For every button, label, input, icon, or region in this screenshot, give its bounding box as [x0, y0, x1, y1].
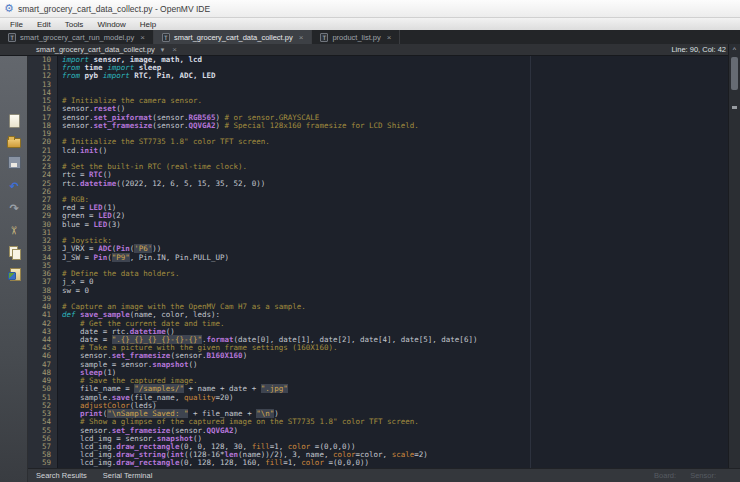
wrap-margin-line [530, 56, 531, 468]
close-document-icon[interactable]: × [172, 45, 177, 54]
status-board: Board: [654, 471, 676, 480]
code-line[interactable]: j_x = 0 [62, 278, 728, 286]
titlebar: ⚙ smart_grocery_cart_data_collect.py - O… [0, 0, 740, 18]
code-line[interactable]: sample.save(file_name, quality=20) [62, 394, 728, 402]
menu-tools[interactable]: Tools [58, 20, 91, 29]
close-icon[interactable]: × [140, 33, 145, 42]
code-area[interactable]: import sensor, image, math, lcdfrom time… [58, 56, 728, 468]
toolbar-strip [0, 56, 28, 482]
scrollbar-thumb[interactable] [731, 57, 738, 90]
tab-label: smart_grocery_cart_run_model.py [20, 33, 134, 42]
menu-window[interactable]: Window [90, 20, 132, 29]
tab-smart_grocery_cart_run_model.py[interactable]: smart_grocery_cart_run_model.py× [0, 30, 154, 44]
copy-icon[interactable] [7, 245, 21, 259]
code-line[interactable]: # Initialize the ST7735 1.8" color TFT s… [62, 138, 728, 146]
window-title: smart_grocery_cart_data_collect.py - Ope… [18, 4, 210, 14]
code-line[interactable] [62, 81, 728, 89]
menubar: FileEditToolsWindowHelp [0, 18, 740, 30]
statusbar: Search ResultsSerial Terminal Board:Sens… [0, 468, 740, 482]
status-tab-search-results[interactable]: Search Results [36, 471, 87, 480]
code-line[interactable]: green = LED(2) [62, 212, 728, 220]
scrollbar-up-icon[interactable]: ^ [729, 44, 740, 55]
openmv-logo-icon: ⚙ [4, 3, 14, 14]
code-line[interactable]: # RGB: [62, 196, 728, 204]
undo-icon[interactable] [7, 179, 21, 193]
new-file-icon[interactable] [7, 114, 21, 128]
redo-icon[interactable] [7, 201, 21, 215]
code-line[interactable]: lcd_img.draw_rectangle(0, 128, 128, 160,… [62, 459, 728, 467]
code-line[interactable]: # Set the built-in RTC (real-time clock)… [62, 163, 728, 171]
code-line[interactable] [62, 188, 728, 196]
save-file-icon[interactable] [7, 155, 21, 169]
document-bar: smart_grocery_cart_data_collect.py ▾ × L… [0, 44, 740, 56]
code-line[interactable]: J_SW = Pin("P9", Pin.IN, Pin.PULL_UP) [62, 254, 728, 262]
line-number-gutter: 1011121314151617181920212223242526272829… [28, 56, 58, 468]
open-document-selector[interactable]: smart_grocery_cart_data_collect.py [36, 45, 155, 54]
close-icon[interactable]: × [387, 33, 392, 42]
tab-label: smart_grocery_cart_data_collect.py [174, 33, 293, 42]
code-line[interactable]: # Define the data holders. [62, 270, 728, 278]
code-line[interactable]: sample = sensor.snapshot() [62, 361, 728, 369]
code-line[interactable]: sw = 0 [62, 287, 728, 295]
python-file-icon [8, 33, 16, 42]
statusbar-right: Board:Sensor: [640, 471, 716, 480]
tabbar: smart_grocery_cart_run_model.py×smart_gr… [0, 30, 740, 44]
openmv-ide-window: ⚙ smart_grocery_cart_data_collect.py - O… [0, 0, 740, 482]
python-file-icon [320, 33, 328, 42]
menu-file[interactable]: File [3, 20, 30, 29]
close-icon[interactable]: × [299, 33, 304, 42]
open-file-icon[interactable] [7, 134, 21, 148]
editor-scrollbar[interactable]: ^ [728, 44, 740, 468]
code-line[interactable]: import sensor, image, math, lcd [62, 56, 728, 64]
tab-smart_grocery_cart_data_collect.py[interactable]: smart_grocery_cart_data_collect.py× [154, 30, 312, 44]
tab-product_list.py[interactable]: product_list.py× [312, 30, 400, 44]
tab-label: product_list.py [332, 33, 380, 42]
status-sensor: Sensor: [690, 471, 716, 480]
code-line[interactable]: # Joystick: [62, 237, 728, 245]
code-line[interactable] [62, 229, 728, 237]
code-line[interactable]: rtc.datetime((2022, 12, 6, 5, 15, 35, 52… [62, 180, 728, 188]
statusbar-left: Search ResultsSerial Terminal [36, 471, 168, 480]
code-line[interactable]: # Initialize the camera sensor. [62, 97, 728, 105]
scrollbar-cursor-marker [732, 106, 737, 109]
line-number: 59 [28, 459, 57, 467]
code-line[interactable]: from pyb import RTC, Pin, ADC, LED [62, 72, 728, 80]
cursor-position: Line: 90, Col: 42 [671, 45, 726, 54]
code-line[interactable]: lcd.init() [62, 147, 728, 155]
cut-icon[interactable] [7, 223, 21, 237]
code-editor[interactable]: 1011121314151617181920212223242526272829… [28, 56, 728, 468]
chevron-down-icon[interactable]: ▾ [161, 46, 165, 54]
code-line[interactable]: blue = LED(3) [62, 221, 728, 229]
menu-help[interactable]: Help [133, 20, 163, 29]
code-line[interactable]: sensor.set_framesize(sensor.QQVGA2) # Sp… [62, 122, 728, 130]
menu-edit[interactable]: Edit [30, 20, 58, 29]
code-line[interactable]: red = LED(1) [62, 204, 728, 212]
status-tab-serial-terminal[interactable]: Serial Terminal [103, 471, 152, 480]
paste-icon[interactable] [7, 267, 21, 281]
python-file-icon [162, 33, 170, 42]
